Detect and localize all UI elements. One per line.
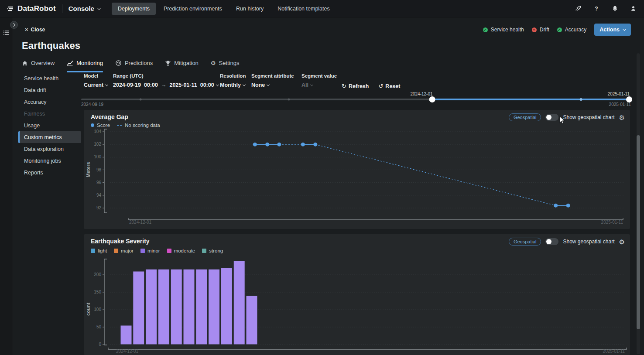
console-menu[interactable]: Console (69, 5, 100, 12)
model-filter-label: Model (84, 73, 113, 79)
refresh-button[interactable]: ↻ Refresh (342, 83, 369, 89)
reset-icon: ↺ (378, 83, 383, 89)
close-button[interactable]: × Close (25, 26, 45, 33)
slider-handle[interactable] (626, 96, 632, 102)
range-filter: Range (UTC) 2024-09-19 00:00 → 2025-01-1… (113, 73, 220, 88)
app-window: DataRobot Console Deployments Prediction… (0, 0, 644, 355)
legend-item-minor[interactable]: minor (140, 248, 160, 253)
dashed-line-icon (117, 125, 122, 126)
segment-attribute-label: Segment attribute (251, 73, 301, 79)
sidebar-item-usage[interactable]: Usage (18, 119, 81, 131)
panel-controls: Geospatial Show geospatial chart ⚙ (509, 238, 625, 246)
sidebar-item-custom-metrics[interactable]: Custom metrics (18, 131, 81, 143)
chevron-down-icon (267, 83, 270, 86)
bar[interactable] (233, 261, 245, 345)
tab-monitoring[interactable]: Monitoring (67, 60, 103, 70)
arrow-right-icon: → (161, 82, 167, 88)
slider-handle[interactable] (429, 96, 435, 102)
expand-panel-button[interactable] (10, 21, 18, 29)
gear-icon[interactable]: ⚙ (619, 239, 625, 245)
page-title: Earthquakes (22, 40, 80, 51)
legend-label: major (121, 248, 134, 253)
bar[interactable] (133, 271, 144, 345)
svg-text:96: 96 (96, 180, 102, 185)
header-status-area: Service health Drift Accuracy Actions (483, 24, 631, 36)
bar[interactable] (158, 269, 169, 345)
chevron-down-icon (623, 27, 626, 31)
bar[interactable] (120, 325, 132, 345)
datarobot-logo-icon (7, 5, 14, 12)
geospatial-toggle[interactable] (545, 114, 558, 121)
tab-settings[interactable]: ⚙ Settings (211, 60, 240, 70)
status-badge-accuracy[interactable]: Accuracy (557, 27, 586, 33)
nav-divider (62, 4, 62, 13)
deployment-list-icon[interactable] (3, 30, 10, 38)
geospatial-badge: Geospatial (509, 238, 541, 246)
nav-item-deployments[interactable]: Deployments (112, 3, 156, 15)
nav-item-notification-templates[interactable]: Notification templates (271, 3, 336, 15)
segment-value-select: All (301, 82, 342, 88)
bar[interactable] (171, 269, 182, 345)
svg-text:count: count (86, 303, 91, 316)
segment-value-filter: Segment value All (301, 73, 342, 88)
bar[interactable] (221, 268, 232, 345)
sidebar-item-monitoring-jobs[interactable]: Monitoring jobs (18, 155, 81, 167)
sidebar-item-data-exploration[interactable]: Data exploration (18, 143, 81, 155)
bar[interactable] (196, 269, 207, 345)
svg-text:Meters: Meters (86, 162, 91, 177)
sidebar-item-service-health[interactable]: Service health (18, 72, 81, 84)
legend-item-light[interactable]: light (91, 248, 107, 253)
bar[interactable] (209, 269, 220, 345)
refresh-icon: ↻ (342, 83, 346, 89)
panel-controls: Geospatial Show geospatial chart ⚙ (509, 113, 625, 121)
data-point (253, 143, 257, 147)
svg-text:2024-09-19: 2024-09-19 (81, 102, 104, 107)
tab-mitigation[interactable]: Mitigation (165, 60, 199, 70)
sidebar-item-accuracy[interactable]: Accuracy (18, 96, 81, 108)
actions-label: Actions (599, 27, 620, 33)
actions-button[interactable]: Actions (594, 24, 631, 36)
segment-attribute-select[interactable]: None (251, 82, 301, 88)
tab-predictions[interactable]: Predictions (115, 60, 153, 70)
reset-button[interactable]: ↺ Reset (378, 83, 400, 89)
range-end-time: 00:00 (200, 82, 214, 88)
status-badge-drift[interactable]: Drift (532, 27, 549, 33)
sidebar-item-data-drift[interactable]: Data drift (18, 84, 81, 96)
drift-status-icon (532, 27, 537, 32)
nav-item-run-history[interactable]: Run history (230, 3, 270, 15)
segment-attribute-filter: Segment attribute None (251, 73, 301, 88)
rocket-icon[interactable] (574, 5, 582, 13)
status-badge-service-health[interactable]: Service health (483, 27, 524, 33)
notifications-bell-icon[interactable] (611, 5, 619, 13)
range-select[interactable]: 2024-09-19 00:00 → 2025-01-11 00:00 (113, 82, 220, 88)
user-avatar-icon[interactable] (629, 5, 637, 13)
nav-item-prediction-environments[interactable]: Prediction environments (158, 3, 228, 15)
tab-label: Overview (31, 60, 55, 66)
vertical-scrollbar-track[interactable] (637, 53, 640, 354)
svg-text:0: 0 (99, 342, 101, 347)
time-range-slider[interactable]: 2024-12-012025-01-112024-09-192025-01-11 (80, 92, 643, 110)
topnav-right-icons: ? (574, 5, 637, 13)
tab-overview[interactable]: Overview (22, 60, 55, 70)
home-icon (22, 60, 28, 66)
resolution-select[interactable]: Monthly (220, 82, 251, 88)
legend-item-major[interactable]: major (114, 248, 134, 253)
bar[interactable] (246, 296, 257, 345)
average-gap-line-chart: 10410210098969492Meters2024-12-012025-01… (84, 127, 630, 229)
bar[interactable] (183, 269, 195, 345)
model-select[interactable]: Current (84, 82, 113, 88)
tab-label: Predictions (125, 60, 153, 66)
vertical-scrollbar-thumb[interactable] (637, 135, 640, 329)
legend-item-strong[interactable]: strong (202, 248, 223, 253)
help-icon[interactable]: ? (593, 5, 600, 13)
bar[interactable] (146, 269, 157, 345)
geospatial-toggle[interactable] (545, 238, 558, 245)
sidebar-item-reports[interactable]: Reports (18, 167, 81, 178)
data-point (265, 143, 269, 147)
resolution-filter-label: Resolution (220, 73, 251, 79)
legend-item-moderate[interactable]: moderate (167, 248, 195, 253)
svg-text:2025-01-11: 2025-01-11 (601, 220, 623, 225)
tab-bar: Overview Monitoring Predictions Mitigati… (22, 60, 239, 70)
svg-text:2025-01-11: 2025-01-11 (609, 102, 631, 107)
gear-icon[interactable]: ⚙ (619, 114, 625, 121)
